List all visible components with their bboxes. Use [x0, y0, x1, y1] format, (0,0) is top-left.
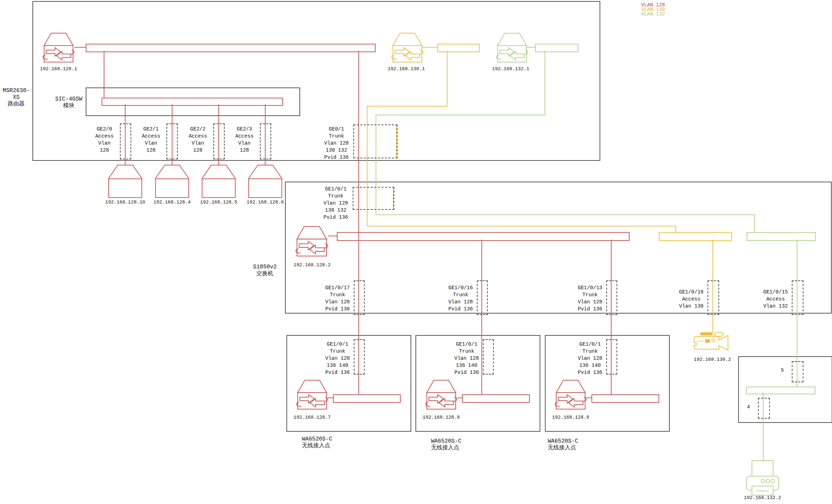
link-bus-to-sic: [104, 51, 104, 98]
ethernet-bus-vlan132-router: [535, 44, 578, 52]
ip-label-pc3: 192.168.128.5: [196, 200, 242, 205]
ap1-label: WA6520S-C 无线接入点: [302, 436, 362, 449]
ethernet-bus-s1850-vlan130: [659, 232, 732, 241]
router-icon: [43, 32, 74, 63]
link-vlan130-horiz2: [367, 226, 676, 226]
port-label-edge-5: 5: [776, 367, 789, 374]
ethernet-bus-s1850-vlan128: [337, 232, 630, 241]
pc-icon: [202, 164, 236, 198]
port-label-ge1-0-18: GE1/0/18 Access Vlan 130: [676, 289, 706, 310]
port-ge2-3: [260, 123, 271, 159]
ip-label-ap2: 192.168.128.8: [418, 415, 464, 420]
port-label-ge2-0: GE2/0 Access Vlan 128: [90, 126, 119, 154]
port-label-ge2-2: GE2/2 Access Vlan 128: [184, 126, 212, 154]
router-icon: [496, 32, 528, 63]
port-label-ge1-0-15: GE1/0/15 Access Vlan 132: [760, 289, 791, 310]
port-label-ap3: GE1/0/1 Trunk Vlan 128 136 140 Pvid 136: [575, 341, 605, 376]
ip-label-pc1: 192.168.128.10: [102, 200, 148, 205]
port-ge1-0-15: [792, 280, 803, 315]
sic-module-label: SIC-4GSW 模块: [54, 96, 84, 109]
ethernet-bus-ap1: [333, 394, 401, 403]
ip-label-ap1: 192.168.128.7: [289, 415, 335, 420]
port-label-edge-4: 4: [742, 403, 755, 411]
link-router130-to-bus: [421, 47, 437, 48]
ethernet-bus-msr: [86, 44, 376, 52]
printer-icon: [746, 460, 779, 496]
pc-icon: [108, 164, 142, 198]
ip-label-printer: 192.168.132.2: [740, 495, 785, 500]
port-label-ge1-0-16: GE1/0/16 Trunk Vlan 128 Pvid 136: [445, 284, 476, 312]
access-point-icon: [425, 379, 457, 410]
link-vlan132-horiz2: [376, 214, 755, 215]
port-label-ge2-1: GE2/1 Access Vlan 128: [137, 126, 165, 154]
link-ap1-icon-to-bus: [328, 397, 333, 398]
ip-label-ap3: 192.168.128.9: [548, 415, 594, 420]
link-switch2-to-bus: [328, 236, 337, 236]
port-label-ge1-0-13: GE1/0/13 Trunk Vlan 128 Pvid 136: [575, 284, 605, 312]
ip-label-pc4: 192.168.128.6: [242, 200, 288, 205]
link-vlan132-drop1: [545, 51, 545, 115]
switch-icon: [296, 226, 328, 257]
ap3-label: WA6520S-C 无线接入点: [548, 438, 608, 451]
port-edge-5: [792, 361, 803, 382]
link-ap2-icon-to-bus: [457, 397, 462, 398]
ip-label-router1: 192.168.128.1: [36, 66, 81, 72]
port-label-ap2: GE1/0/1 Trunk Vlan 128 136 140 Pvid 136: [451, 341, 482, 376]
port-ge2-2: [213, 123, 225, 159]
ip-label-switch2: 192.168.128.2: [289, 262, 335, 268]
s1850-switch-label: S1850v2 交换机: [247, 264, 283, 277]
port-ap3-ge1-0-1: [606, 339, 617, 375]
ip-label-router130: 192.168.130.1: [383, 66, 429, 72]
port-ge1-0-16: [477, 280, 488, 315]
ip-label-camera: 192.168.130.2: [690, 357, 735, 362]
port-ge2-1: [166, 123, 178, 159]
pc-icon: [248, 164, 282, 198]
ethernet-bus-s1850-vlan132: [747, 232, 816, 241]
ip-label-pc2: 192.168.128.4: [149, 200, 195, 205]
ethernet-bus-ap3: [591, 394, 659, 403]
port-ge1-0-13: [606, 280, 617, 315]
ip-label-router132: 192.168.132.1: [488, 66, 534, 72]
port-label-ge1-0-17: GE1/0/17 Trunk Vlan 128 Pvid 136: [322, 284, 353, 312]
ethernet-bus-sic: [102, 98, 283, 106]
link-vlan130-downturn: [675, 226, 676, 233]
port-ge1-0-17: [354, 280, 365, 315]
port-ge0-1: [353, 125, 397, 158]
link-ap3-icon-to-bus: [587, 397, 591, 398]
port-ge2-0: [120, 123, 131, 159]
pc-icon: [155, 164, 189, 198]
port-label-ap1: GE1/0/1 Trunk Vlan 128 136 140 Pvid 136: [322, 341, 353, 376]
link-vlan132-horiz1: [376, 115, 545, 115]
port-label-ge0-1: GE0/1 Trunk Vlan 128 130 132 Pvid 136: [321, 126, 352, 161]
ethernet-bus-edge: [746, 387, 815, 394]
access-point-icon: [296, 379, 328, 410]
msr-router-label: MSR2630-XS 路由器: [1, 87, 32, 108]
port-label-ge1-0-1-s1850: GE1/0/1 Trunk Vlan 128 130 132 Pvid 136: [320, 186, 351, 221]
router-icon: [391, 32, 423, 63]
port-label-ge2-3: GE2/3 Access Vlan 128: [230, 126, 259, 154]
port-ap1-ge1-0-1: [354, 339, 365, 375]
port-ge1-0-18: [707, 280, 719, 315]
port-ap2-ge1-0-1: [483, 339, 494, 375]
link-vlan132-downturn: [754, 214, 755, 233]
vlan-legend: VLAN 128 VLAN 130 VLAN 132: [641, 3, 665, 17]
link-vlan130-horiz1: [367, 106, 448, 107]
port-ge1-0-1-s1850: [353, 187, 394, 210]
access-point-icon: [555, 379, 587, 410]
ethernet-bus-ap2: [462, 394, 530, 403]
link-router1-to-bus: [74, 47, 86, 48]
legend-item-vlan132: VLAN 132: [641, 12, 665, 17]
network-topology-diagram: GE2/0 Access Vlan 128 GE2/1 Access Vlan …: [0, 0, 832, 504]
camera-icon: [693, 332, 730, 351]
ap2-label: WA6520S-C 无线接入点: [431, 438, 491, 451]
link-vlan130-drop1: [447, 51, 448, 107]
ethernet-bus-vlan130-router: [437, 44, 480, 52]
port-edge-4: [758, 398, 770, 419]
